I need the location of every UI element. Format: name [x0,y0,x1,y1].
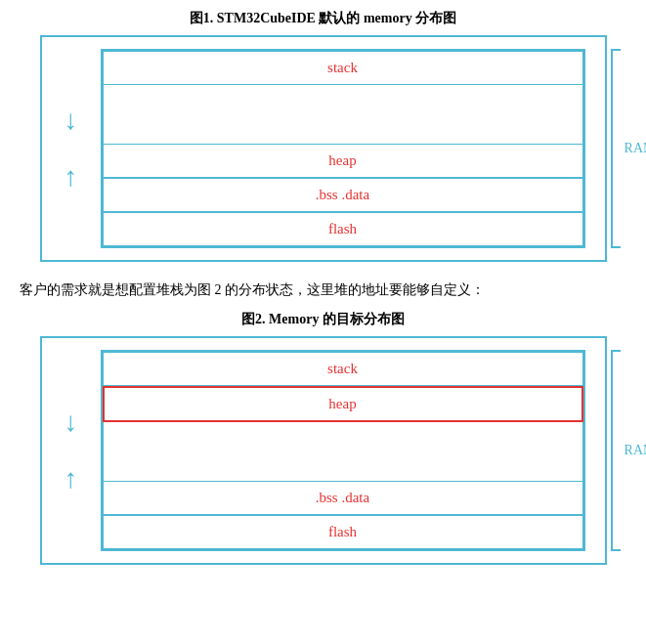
ram-bracket-area-2: RAM [611,350,646,551]
spacer-block [103,85,583,144]
flash-block: flash [103,212,583,246]
bss-data-block: .bss .data [103,178,583,212]
figure2-container: ↓ ↑ stack heap .bss .data flash RAM [40,336,607,565]
figure1-container: ↓ ↑ stack heap .bss .data flash RAM [40,35,607,262]
flash-block-2: flash [103,515,583,549]
heap-block: heap [103,144,583,178]
figure2-diagram: ↓ ↑ stack heap .bss .data flash RAM [40,336,607,565]
arrow-up-icon-2: ↑ [65,465,78,493]
figure1-title: 图1. STM32CubeIDE 默认的 memory 分布图 [20,10,626,27]
ram-bracket-structure [611,49,621,248]
figure1-blocks: stack heap .bss .data flash [101,49,585,248]
arrow-down-icon-2: ↓ [65,408,78,436]
figure2-arrows: ↓ ↑ [52,338,91,563]
figure2-title: 图2. Memory 的目标分布图 [20,311,626,328]
ram-bracket-area: RAM [611,49,646,248]
ram-bracket-structure-2 [611,350,621,551]
arrow-up-icon: ↑ [65,163,78,191]
ram-label: RAM [624,141,646,156]
stack-block: stack [103,51,583,85]
stack-block-2: stack [103,352,583,386]
figure2-blocks: stack heap .bss .data flash [101,350,585,551]
arrow-down-icon: ↓ [65,107,78,134]
figure1-arrows: ↓ ↑ [52,37,91,260]
bss-data-block-2: .bss .data [103,481,583,515]
figure1-diagram: ↓ ↑ stack heap .bss .data flash RAM [40,35,607,262]
ram-label-2: RAM [624,443,646,458]
heap-block-2: heap [103,386,583,422]
description-text: 客户的需求就是想配置堆栈为图 2 的分布状态，这里堆的地址要能够自定义： [20,279,626,301]
spacer-block-2 [103,422,583,481]
